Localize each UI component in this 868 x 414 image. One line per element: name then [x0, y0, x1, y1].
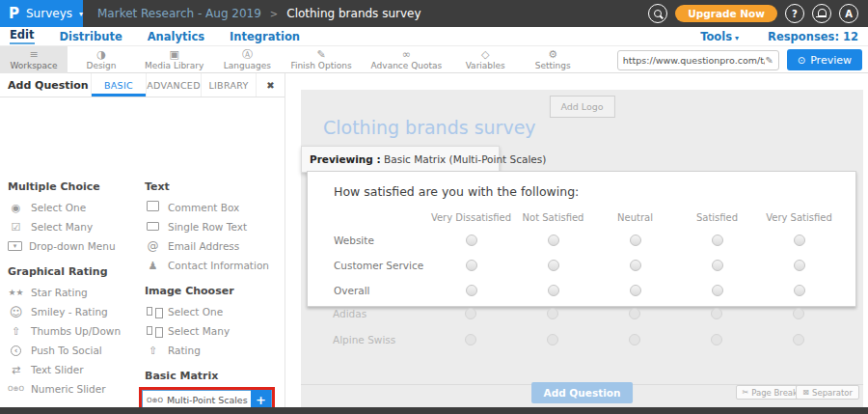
radio-button[interactable] [712, 235, 723, 246]
matrix-preview-card: How satisfied are you with the following… [307, 171, 856, 307]
question-type-dropdown-menu[interactable]: ▾ Drop-down Menu [8, 236, 139, 256]
share-url-input[interactable] [623, 55, 766, 66]
radio-button[interactable] [466, 235, 477, 246]
toolbar-advance-quotas[interactable]: ∞ Advance Quotas [362, 46, 452, 73]
search-icon [654, 10, 662, 17]
question-type-thumbs-up-down[interactable]: ⇧ Thumbs Up/Down [8, 321, 139, 341]
toolbar-design[interactable]: ◑ Design [68, 46, 135, 73]
matrix-table: Very Dissatisfied Not Satisfied Neutral … [334, 207, 855, 303]
tab-library[interactable]: LIBRARY [201, 73, 256, 97]
radio-button[interactable] [794, 285, 805, 296]
radio-button [547, 308, 558, 319]
radio-button[interactable] [466, 260, 477, 271]
radio-button[interactable] [712, 285, 723, 296]
preview-button[interactable]: ⊙ Preview [787, 49, 862, 70]
upgrade-now-button[interactable]: Upgrade Now [675, 5, 777, 22]
tools-menu[interactable]: Tools▾ [700, 30, 739, 43]
tag-icon: ◇ [481, 49, 489, 60]
tab-integration[interactable]: Integration [230, 30, 300, 43]
tab-analytics[interactable]: Analytics [148, 30, 204, 43]
gear-icon: ⚙ [548, 49, 557, 60]
question-type-contact-information[interactable]: ♟ Contact Information [145, 256, 283, 275]
add-logo-button[interactable]: Add Logo [549, 96, 614, 118]
toolbar-finish-options[interactable]: ✎ Finish Options [281, 46, 361, 73]
close-panel-button[interactable]: ✖ [256, 73, 285, 97]
breadcrumb-parent[interactable]: Market Research - Aug 2019 [97, 7, 261, 20]
primary-nav: Edit Distribute Analytics Integration To… [0, 27, 868, 46]
surveys-menu[interactable]: P Surveys ▾ [0, 0, 83, 27]
question-type-comment-box[interactable]: Comment Box [145, 198, 283, 217]
separator-button[interactable]: ⊠ Separator [796, 385, 859, 400]
chevron-down-icon: ▾ [79, 10, 83, 18]
previewing-value: Basic Matrix (Multi-Point Scales) [384, 153, 546, 165]
tab-edit[interactable]: Edit [10, 28, 35, 44]
question-type-column-2: Text Comment Box Single Row Text @ Email… [145, 171, 283, 414]
image-pair-icon [145, 325, 161, 338]
toolbar-media-library[interactable]: ▣ Media Library [135, 46, 213, 73]
tab-advanced[interactable]: ADVANCED [146, 73, 201, 97]
question-type-single-row-text[interactable]: Single Row Text [145, 217, 283, 236]
radio-button[interactable] [794, 235, 805, 246]
radio-button[interactable] [548, 285, 559, 296]
dimmed-survey-rows: Adidas Alpine Swiss [333, 300, 839, 352]
tab-distribute[interactable]: Distribute [60, 30, 122, 43]
question-type-star-rating[interactable]: ★★ Star Rating [8, 283, 139, 302]
radio-button [793, 334, 804, 345]
avatar[interactable]: A [839, 4, 858, 23]
question-type-select-one[interactable]: ◉ Select One [8, 198, 139, 217]
radio-button [711, 308, 722, 319]
question-type-push-to-social[interactable]: ‹ Push To Social [8, 341, 139, 360]
row-label: Website [334, 235, 430, 246]
page-break-button[interactable]: ✂ Page Break [736, 385, 804, 400]
radio-button[interactable] [712, 260, 723, 271]
radio-button[interactable] [548, 235, 559, 246]
question-type-text-slider[interactable]: ⇄ Text Slider [8, 360, 139, 379]
radio-button[interactable] [630, 260, 641, 271]
toolbar-workspace[interactable]: ≡ Workspace [0, 46, 68, 73]
person-icon: ♟ [145, 260, 161, 272]
edit-url-icon[interactable]: ✎ [765, 55, 773, 66]
bottom-bar [0, 407, 868, 414]
panel-header: Add Question BASIC ADVANCED LIBRARY ✖ [0, 73, 285, 97]
question-type-image-select-one[interactable]: Select One [145, 302, 283, 321]
product-name: Surveys [26, 7, 72, 20]
toolbar-settings[interactable]: ⚙ Settings [519, 46, 586, 73]
radio-button[interactable] [466, 285, 477, 296]
radio-button[interactable] [794, 260, 805, 271]
question-type-email-address[interactable]: @ Email Address [145, 236, 283, 256]
radio-button [629, 334, 640, 345]
notifications-button[interactable] [812, 4, 831, 23]
question-type-image-select-many[interactable]: Select Many [145, 321, 283, 341]
breadcrumb: Market Research - Aug 2019 > Clothing br… [97, 7, 421, 20]
search-button[interactable] [648, 4, 667, 23]
matrix-row-adidas: Adidas [333, 300, 839, 326]
radio-button[interactable] [630, 285, 641, 296]
question-type-numeric-slider[interactable]: O⊕O Numeric Slider [8, 379, 139, 399]
radio-button[interactable] [630, 235, 641, 246]
smiley-icon: ☺ [8, 305, 24, 319]
help-button[interactable]: ? [785, 4, 804, 23]
question-type-smiley-rating[interactable]: ☺ Smiley - Rating [8, 302, 139, 321]
group-heading-graphical-rating: Graphical Rating [8, 265, 139, 278]
toolbar-languages[interactable]: Ⓐ Languages [213, 46, 281, 73]
question-type-image-rating[interactable]: ⇧ Rating [145, 341, 283, 360]
scissors-icon: ✂ [743, 388, 749, 397]
radio-button[interactable] [548, 260, 559, 271]
chevron-down-icon: ▾ [735, 34, 739, 42]
add-question-button[interactable]: Add Question [531, 382, 634, 403]
questionpro-logo: P [9, 5, 19, 22]
responses-count[interactable]: Responses: 12 [768, 30, 858, 43]
survey-page: Add Logo Clothing brands survey Previewi… [301, 90, 863, 407]
question-type-select-many[interactable]: ☑ Select Many [8, 217, 139, 236]
single-row-icon [145, 221, 161, 234]
group-heading-basic-matrix: Basic Matrix [145, 370, 283, 382]
tab-basic[interactable]: BASIC [91, 73, 146, 97]
questionpro-app: P Surveys ▾ Market Research - Aug 2019 >… [0, 0, 868, 414]
previewing-label: Previewing : [310, 153, 381, 165]
toolbar-variables[interactable]: ◇ Variables [451, 46, 519, 73]
toolbar-right: ✎ ⊙ Preview [617, 49, 862, 70]
checkbox-list-icon: ☑ [8, 221, 24, 234]
radio-button [793, 308, 804, 319]
column-header: Not Satisfied [512, 212, 594, 223]
share-icon: ‹ [11, 345, 21, 356]
